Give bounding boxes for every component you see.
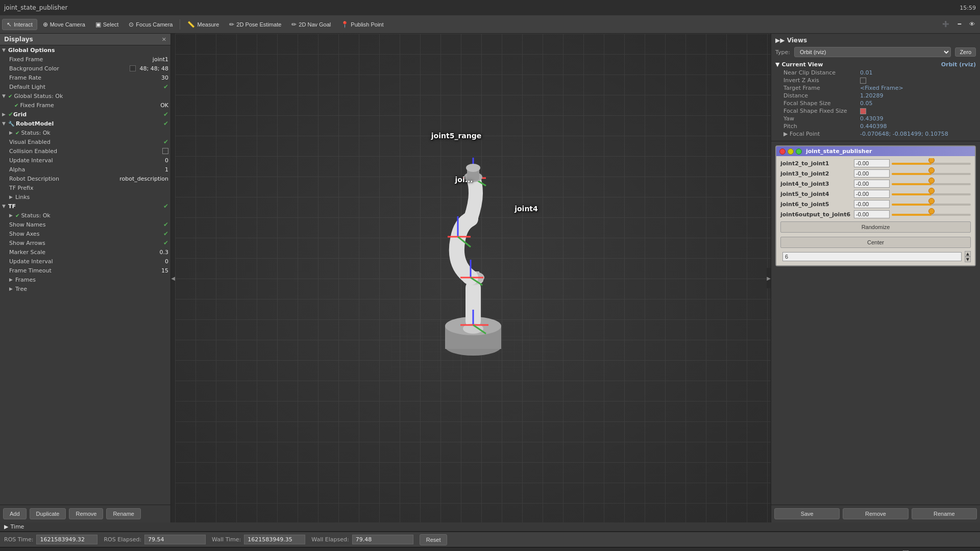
gs-fixed-frame-value: OK [158, 102, 168, 109]
zero-button[interactable]: Zero [955, 47, 976, 57]
collision-enabled-checkbox[interactable] [162, 148, 168, 154]
global-status-arrow[interactable]: ▼ [2, 93, 8, 98]
links-arrow[interactable]: ▶ [9, 194, 15, 199]
joint-3-input[interactable] [854, 190, 890, 198]
joint-4-input[interactable] [854, 200, 890, 208]
rm-status-arrow[interactable]: ▶ [9, 130, 15, 135]
center-button[interactable]: Center [780, 237, 971, 248]
joint-2-input[interactable] [854, 180, 890, 188]
update-interval-value: 0 [163, 157, 168, 164]
config-icon[interactable]: ━ [954, 19, 964, 29]
select-button[interactable]: ▣ Select [91, 19, 124, 30]
joint-3-label: joint5_to_joint4 [780, 191, 852, 197]
jsp-num-input[interactable] [782, 252, 962, 261]
joint-1-label: joint3_to_joint2 [780, 170, 852, 177]
near-clip-value: 0.01 [860, 69, 873, 76]
views-rename-button[interactable]: Rename [912, 508, 977, 519]
visual-enabled-checkbox[interactable]: ✔ [163, 138, 168, 145]
reset-button[interactable]: Reset [420, 534, 448, 545]
tf-status-arrow[interactable]: ▶ [9, 213, 15, 218]
collapse-handle[interactable]: ◀ [171, 34, 175, 522]
global-options-arrow[interactable]: ▼ [2, 47, 8, 53]
add-icon[interactable]: ➕ [939, 19, 952, 29]
rm-status-label: Status: Ok [21, 130, 168, 136]
bg-color-swatch[interactable] [130, 65, 136, 71]
measure-button[interactable]: 📏 Measure [183, 19, 224, 30]
joint-2-slider[interactable] [892, 180, 971, 188]
viewport[interactable]: joint5_range joi... joint4 ▶ [175, 34, 771, 522]
camera-move-icon: ⊕ [43, 21, 48, 28]
duplicate-button[interactable]: Duplicate [30, 508, 66, 519]
tree-arrow[interactable]: ▶ [9, 286, 15, 291]
viewport-bg: joint5_range joi... joint4 [175, 34, 771, 522]
show-axes-checkbox[interactable]: ✔ [163, 230, 168, 237]
jsp-max-button[interactable] [796, 148, 802, 155]
view-icon[interactable]: 👁 [966, 19, 978, 29]
jsp-num-down[interactable]: ▼ [965, 257, 971, 262]
current-view-arrow[interactable]: ▼ [775, 61, 779, 68]
tf-enabled[interactable]: ✔ [163, 203, 168, 210]
joint-2-label: joint4_to_joint3 [780, 181, 852, 187]
right-collapse-handle[interactable]: ▶ [767, 268, 771, 288]
invert-z-checkbox[interactable] [860, 78, 866, 84]
tf-arrow[interactable]: ▼ [2, 204, 8, 209]
joint-5-slider[interactable] [892, 210, 971, 218]
views-remove-button[interactable]: Remove [843, 508, 908, 519]
jsp-num-up[interactable]: ▲ [965, 251, 971, 257]
pose-icon: ✏ [229, 21, 234, 28]
views-icon: ▶▶ [775, 37, 787, 44]
fixed-frame-label: Fixed Frame [9, 56, 151, 63]
joint-0-label: joint2_to_joint1 [780, 160, 852, 167]
nav-goal-button[interactable]: ✏ 2D Nav Goal [287, 19, 335, 30]
jsp-titlebar: joint_state_publisher [776, 146, 975, 156]
joint-3-slider[interactable] [892, 190, 971, 198]
show-names-checkbox[interactable]: ✔ [163, 221, 168, 228]
robot-desc-value: robot_description [117, 176, 168, 182]
show-arrows-checkbox[interactable]: ✔ [163, 239, 168, 246]
publish-point-button[interactable]: 📍 Publish Point [336, 19, 388, 30]
jsp-scrollable[interactable]: joint2_to_joint1 joint3_to_joint2 [778, 158, 973, 219]
collision-enabled-row: Collision Enabled [0, 146, 170, 156]
jsp-close-button[interactable] [779, 148, 786, 155]
move-camera-button[interactable]: ⊕ Move Camera [38, 19, 90, 30]
joint-4-slider[interactable] [892, 200, 971, 208]
joint-1-slider[interactable] [892, 169, 971, 178]
joint-5-input[interactable] [854, 210, 890, 218]
joint-0-slider[interactable] [892, 159, 971, 167]
focal-shape-fixed-checkbox[interactable] [860, 108, 866, 114]
views-type-row: Type: Orbit (rviz) Zero [775, 47, 976, 57]
pose-estimate-button[interactable]: ✏ 2D Pose Estimate [225, 19, 286, 30]
joint-1-input[interactable] [854, 169, 890, 178]
views-save-button[interactable]: Save [774, 508, 840, 519]
grid-checkbox[interactable]: ✔ [8, 111, 13, 118]
grid-enabled[interactable]: ✔ [163, 111, 168, 118]
default-light-checkbox[interactable]: ✔ [163, 83, 168, 90]
interact-button[interactable]: ↖ Interact [2, 19, 37, 30]
ros-time-section: ROS Time: 1621583949.32 [4, 535, 97, 544]
add-button[interactable]: Add [3, 508, 27, 519]
joint-0-input[interactable] [854, 159, 890, 167]
remove-button[interactable]: Remove [69, 508, 103, 519]
rename-button[interactable]: Rename [106, 508, 141, 519]
robot-model-arrow[interactable]: ▼ [2, 121, 8, 126]
robot-model-enabled[interactable]: ✔ [163, 120, 168, 127]
joint-row-2: joint4_to_joint3 [778, 179, 973, 189]
frames-arrow[interactable]: ▶ [9, 277, 15, 282]
displays-close-icon[interactable]: ✕ [162, 36, 166, 43]
views-type-select[interactable]: Orbit (rviz) [794, 47, 951, 57]
timebar: ROS Time: 1621583949.32 ROS Elapsed: 79.… [0, 532, 980, 547]
distance-label: Distance [783, 92, 860, 99]
grid-arrow[interactable]: ▶ [2, 112, 8, 117]
focus-camera-button[interactable]: ⊙ Focus Camera [124, 19, 177, 30]
show-arrows-label: Show Arrows [9, 240, 163, 246]
displays-tree[interactable]: ▼ Global Options Fixed Frame joint1 Back… [0, 45, 170, 505]
ros-elapsed-label: ROS Elapsed: [104, 536, 141, 543]
randomize-button[interactable]: Randomize [780, 221, 971, 233]
show-names-label: Show Names [9, 221, 163, 228]
show-names-row: Show Names ✔ [0, 220, 170, 229]
jsp-window: joint_state_publisher joint2_to_joint1 [775, 145, 976, 266]
jsp-min-button[interactable] [788, 148, 794, 155]
time-expand-icon[interactable]: ▶ [4, 523, 8, 530]
tree-row: ▶ Tree [0, 284, 170, 293]
pitch-row: Pitch 0.440398 [775, 122, 976, 130]
